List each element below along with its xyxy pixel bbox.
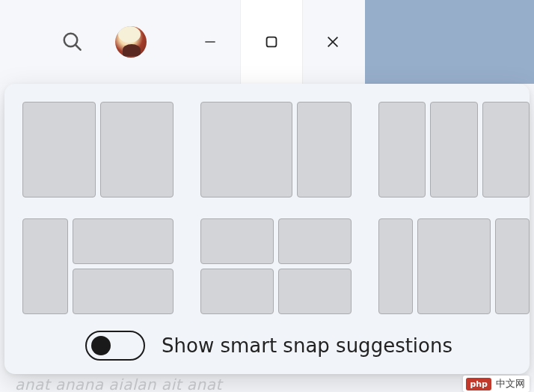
snap-zone [73,269,174,314]
title-bar [0,0,534,84]
snap-layout-option[interactable] [200,218,352,314]
snap-zone [73,218,174,264]
snap-layout-option[interactable] [22,102,174,197]
snap-layout-option[interactable] [22,218,174,314]
minimize-button[interactable] [179,0,241,84]
snap-zone [297,102,352,197]
window-controls [179,0,363,84]
watermark: php 中文网 [463,376,530,392]
snap-zone [200,102,292,197]
snap-layout-option[interactable] [378,218,530,314]
snap-layout-option[interactable] [200,102,352,197]
snap-layouts-grid [22,102,512,314]
title-bar-right-pane [365,0,534,84]
snap-zone [200,218,274,264]
watermark-text: 中文网 [496,377,525,391]
snap-zone [22,102,96,197]
snap-zone [100,102,174,197]
snap-layouts-panel: Show smart snap suggestions [4,84,530,374]
snap-footer: Show smart snap suggestions [85,331,512,361]
close-button[interactable] [302,0,363,84]
search-icon[interactable] [60,29,85,55]
snap-zone [378,218,413,314]
snap-zone [378,102,426,197]
avatar[interactable] [115,26,147,58]
maximize-button[interactable] [241,0,302,84]
snap-layout-option[interactable] [378,102,530,197]
background-text: anat anana aialan ait anat [15,376,222,392]
toggle-knob [91,336,111,355]
svg-line-1 [76,45,81,50]
snap-zone [200,269,274,314]
snap-zone [430,102,477,197]
smart-snap-label: Show smart snap suggestions [162,334,452,357]
snap-zone [482,102,530,197]
snap-zone [22,218,68,314]
smart-snap-toggle[interactable] [85,331,145,361]
snap-zone [278,218,352,264]
svg-rect-3 [267,37,277,47]
snap-zone [278,269,352,314]
watermark-badge: php [466,378,491,391]
snap-zone [417,218,490,314]
snap-zone [495,218,530,314]
